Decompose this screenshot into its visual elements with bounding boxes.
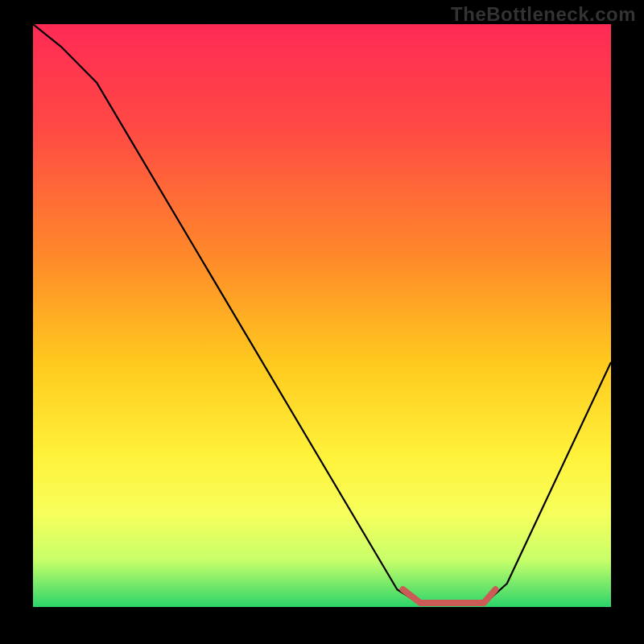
bottleneck-chart	[0, 0, 644, 644]
gradient-background	[33, 24, 611, 607]
watermark-text: TheBottleneck.com	[451, 3, 636, 26]
